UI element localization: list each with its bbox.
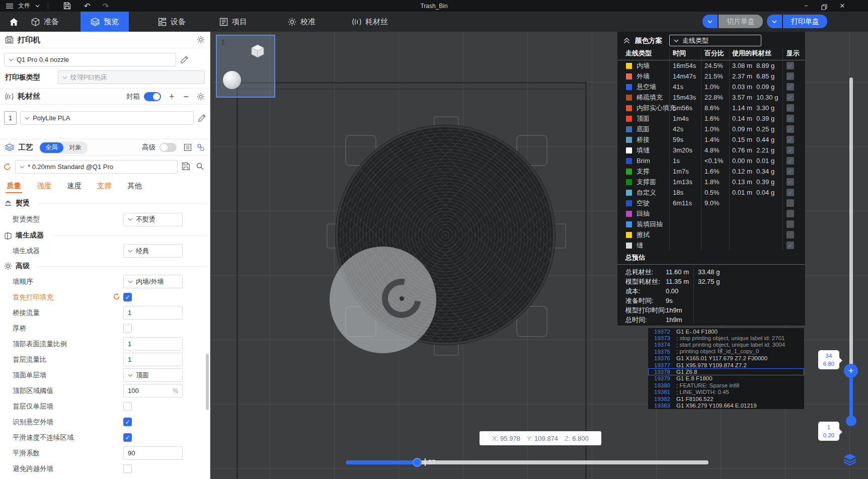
gcode-line[interactable]: 19373 ; stop printing object, unique lab… bbox=[648, 335, 804, 341]
filament-select[interactable]: PolyLite PLA bbox=[20, 111, 194, 125]
parameter-select[interactable]: 内墙/外墙 bbox=[123, 275, 183, 288]
minimize-button[interactable]: − bbox=[801, 0, 812, 12]
filament-settings-gear-icon[interactable] bbox=[197, 93, 205, 101]
line-type-visibility-checkbox[interactable]: ✓ bbox=[786, 178, 794, 186]
parameter-select[interactable]: 不熨烫 bbox=[123, 213, 183, 226]
parameter-checkbox[interactable]: ✓ bbox=[123, 418, 132, 426]
line-type-visibility-checkbox[interactable] bbox=[786, 220, 794, 228]
slice-plate-button[interactable]: 切片单盘 bbox=[719, 15, 763, 28]
process-tab-quality[interactable]: 质量 bbox=[7, 181, 21, 191]
line-type-visibility-checkbox[interactable]: ✓ bbox=[786, 146, 794, 154]
close-button[interactable]: ✕ bbox=[837, 0, 848, 12]
chevron-down-icon[interactable] bbox=[35, 5, 40, 8]
tab-calibration[interactable]: 校准 bbox=[288, 12, 315, 32]
process-tab-speed[interactable]: 速度 bbox=[67, 181, 82, 191]
parameter-checkbox[interactable] bbox=[123, 324, 132, 333]
print-options-chevron[interactable] bbox=[767, 15, 782, 28]
parameter-input[interactable]: 100% bbox=[123, 384, 183, 397]
parameter-select[interactable]: 顶面 bbox=[123, 368, 183, 382]
parameter-input[interactable]: 1 bbox=[123, 353, 183, 366]
process-tab-support[interactable]: 支撑 bbox=[97, 181, 112, 191]
layer-slider-track[interactable] bbox=[849, 77, 853, 371]
line-type-visibility-checkbox[interactable]: ✓ bbox=[786, 189, 794, 196]
home-button[interactable] bbox=[5, 16, 22, 28]
layer-slider-upper-handle[interactable]: + bbox=[844, 364, 858, 378]
scope-global[interactable]: 全局 bbox=[40, 142, 63, 153]
printer-select[interactable]: Q1 Pro 0.4 nozzle bbox=[4, 53, 176, 66]
gcode-line[interactable]: 19372 G1 E-.04 F1800 bbox=[648, 328, 804, 335]
line-type-visibility-checkbox[interactable]: ✓ bbox=[786, 136, 794, 143]
view-type-select[interactable]: 走线类型 bbox=[669, 35, 761, 46]
gcode-line[interactable]: 19381 ; LINE_WIDTH: 0.45 bbox=[648, 389, 804, 395]
line-type-visibility-checkbox[interactable] bbox=[786, 210, 794, 217]
save-icon[interactable] bbox=[63, 2, 71, 10]
parameter-checkbox[interactable]: ✓ bbox=[123, 293, 132, 301]
parameter-input[interactable]: 1 bbox=[123, 306, 183, 320]
line-type-visibility-checkbox[interactable]: ✓ bbox=[786, 83, 794, 91]
slice-options-chevron[interactable] bbox=[702, 15, 718, 28]
plate-type-select[interactable]: 纹理PEI热床 bbox=[58, 70, 205, 84]
gcode-line[interactable]: 19380 ; FEATURE: Sparse infill bbox=[648, 382, 804, 388]
collapse-panel-icon[interactable] bbox=[623, 38, 630, 44]
preset-search-icon[interactable] bbox=[196, 162, 204, 171]
printer-settings-gear-icon[interactable] bbox=[197, 36, 205, 44]
preset-reset-icon[interactable] bbox=[3, 163, 12, 171]
preset-save-icon[interactable] bbox=[182, 162, 190, 171]
line-type-visibility-checkbox[interactable]: ✓ bbox=[786, 115, 794, 122]
advanced-toggle[interactable] bbox=[160, 143, 177, 152]
parameter-checkbox[interactable]: ✓ bbox=[123, 433, 132, 442]
line-type-visibility-checkbox[interactable]: ✓ bbox=[786, 94, 794, 101]
gcode-line[interactable]: 19375 ; printing object 球_id_1_copy_0 bbox=[648, 348, 804, 355]
plate-thumbnail[interactable]: 1 bbox=[216, 35, 275, 98]
process-tab-others[interactable]: 其他 bbox=[127, 181, 142, 191]
tab-prepare[interactable]: 准备 bbox=[31, 12, 59, 32]
remove-filament-button[interactable]: − bbox=[183, 92, 189, 101]
gcode-line[interactable]: 19378 G1 Z6.8 bbox=[648, 368, 804, 375]
tab-project[interactable]: 项目 bbox=[219, 12, 247, 32]
line-type-visibility-checkbox[interactable] bbox=[786, 231, 794, 238]
line-type-visibility-checkbox[interactable] bbox=[786, 199, 794, 207]
redo-icon[interactable]: ↷ bbox=[103, 2, 109, 11]
file-menu[interactable]: 文件 bbox=[18, 2, 30, 10]
parameter-input[interactable]: 90 bbox=[123, 446, 183, 460]
line-type-visibility-checkbox[interactable]: ✓ bbox=[786, 72, 794, 80]
print-plate-button[interactable]: 打印单盘 bbox=[783, 15, 827, 28]
gcode-line[interactable]: 19379 G1 E.8 F1800 bbox=[648, 375, 804, 382]
printer-edit-icon[interactable] bbox=[180, 55, 189, 64]
parameter-checkbox[interactable] bbox=[123, 464, 132, 473]
compare-presets-icon[interactable] bbox=[197, 143, 205, 151]
parameter-select[interactable]: 经典 bbox=[123, 244, 183, 258]
process-tab-strength[interactable]: 强度 bbox=[37, 181, 51, 191]
line-type-visibility-checkbox[interactable]: ✓ bbox=[786, 242, 794, 249]
line-type-visibility-checkbox[interactable]: ✓ bbox=[786, 104, 794, 112]
box-toggle[interactable] bbox=[144, 92, 161, 101]
list-view-icon[interactable] bbox=[184, 143, 192, 151]
gcode-line[interactable]: 19383 G1 X96.279 Y109.664 E.01219 bbox=[648, 402, 804, 409]
layer-slider-lower-handle[interactable] bbox=[846, 416, 856, 426]
line-type-visibility-checkbox[interactable]: ✓ bbox=[786, 62, 794, 69]
layer-slider-range[interactable] bbox=[849, 371, 853, 421]
layers-corner-icon[interactable] bbox=[841, 451, 858, 468]
parameter-checkbox[interactable] bbox=[123, 402, 132, 411]
left-panel-scrollbar[interactable] bbox=[206, 354, 209, 410]
filament-edit-icon[interactable] bbox=[198, 113, 207, 122]
moves-slider-handle[interactable] bbox=[413, 458, 422, 467]
reset-icon[interactable] bbox=[113, 293, 120, 300]
process-preset-select[interactable]: * 0.20mm Standard @Q1 Pro bbox=[15, 160, 178, 174]
tab-filament[interactable]: 耗材丝 bbox=[352, 12, 388, 32]
tab-preview[interactable]: 预览 bbox=[81, 12, 129, 32]
scope-object[interactable]: 对象 bbox=[63, 142, 87, 153]
tab-device[interactable]: 设备 bbox=[158, 12, 186, 32]
gcode-line[interactable]: 19376 G1 X165.01 Y117.679 Z7.2 F30000 bbox=[648, 355, 804, 362]
line-type-visibility-checkbox[interactable]: ✓ bbox=[786, 168, 794, 175]
gcode-line[interactable]: 19374 ; start printing object, unique la… bbox=[648, 342, 804, 348]
parameter-input[interactable]: 1 bbox=[123, 337, 183, 351]
hamburger-icon[interactable] bbox=[6, 4, 13, 9]
line-type-visibility-checkbox[interactable]: ✓ bbox=[786, 125, 794, 133]
line-type-visibility-checkbox[interactable]: ✓ bbox=[786, 157, 794, 165]
gcode-line[interactable]: 19377 G1 X95.978 Y109.874 Z7.2 bbox=[648, 362, 804, 368]
gcode-line[interactable]: 19382 G1 F8106.522 bbox=[648, 395, 804, 402]
gcode-viewer[interactable]: 19372 G1 E-.04 F1800 19373 ; stop printi… bbox=[648, 328, 804, 409]
maximize-button[interactable] bbox=[819, 2, 830, 10]
undo-icon[interactable]: ↶ bbox=[84, 2, 91, 11]
